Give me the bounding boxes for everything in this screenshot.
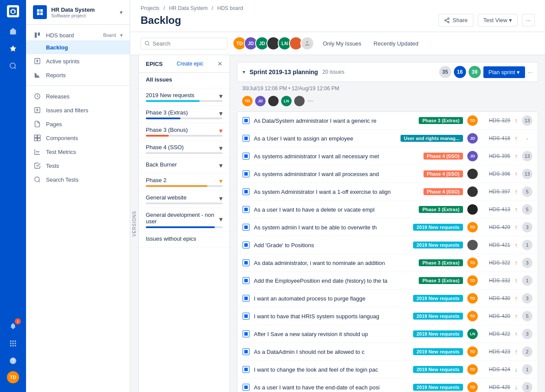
sidebar-item-components[interactable]: Components — [26, 131, 130, 145]
app-logo[interactable] — [7, 5, 19, 17]
epic-toggle-icon[interactable]: ▾ — [219, 127, 223, 135]
sprint-avatar[interactable] — [294, 96, 305, 106]
issue-id[interactable]: HDS-421 — [482, 242, 510, 248]
sprint-avatar[interactable]: JD — [255, 96, 266, 106]
issue-row[interactable]: As a User I want to assign an employee U… — [237, 130, 538, 147]
epic-toggle-icon[interactable]: ▾ — [219, 144, 223, 152]
epic-toggle-icon[interactable]: ▾ — [219, 215, 223, 223]
nav-home-icon[interactable] — [6, 24, 20, 38]
epic-phase3-bonus[interactable]: Phase 3 (Bonus) ▾ — [139, 123, 230, 140]
epic-tag[interactable]: Phase 4 (SSO) — [424, 188, 463, 195]
epic-phase3-extras[interactable]: Phase 3 (Extras) ▾ — [139, 106, 230, 123]
issue-row[interactable]: I want an automated process to purge fla… — [237, 290, 538, 307]
issue-id[interactable]: HDS-329 — [482, 118, 510, 124]
issue-row[interactable]: As Data/System administrator I want a ge… — [237, 112, 538, 130]
issue-row[interactable]: As system admin I want to be able to ove… — [237, 219, 538, 236]
epic-tag[interactable]: User and rights manag... — [401, 135, 463, 142]
sidebar-item-reports[interactable]: Reports — [26, 68, 130, 82]
issue-row[interactable]: Add the EmployeePosition end date (histo… — [237, 272, 538, 290]
issue-id[interactable]: HDS-422 — [482, 331, 510, 337]
issue-id[interactable]: HDS-423 — [482, 349, 510, 355]
epic-tag[interactable]: Phase 3 (Extras) — [419, 259, 463, 266]
issue-id[interactable]: HDS-420 — [482, 313, 510, 319]
more-button[interactable]: ··· — [522, 14, 535, 26]
issue-row[interactable]: I want to have that HRIS system supports… — [237, 307, 538, 325]
issue-row[interactable]: As systems administrator I want all nece… — [237, 147, 538, 165]
sidebar-item-pages[interactable]: Pages — [26, 117, 130, 131]
sidebar-item-releases[interactable]: Releases — [26, 89, 130, 103]
share-button[interactable]: Share — [438, 14, 473, 26]
board-chevron-icon[interactable]: ▾ — [120, 33, 123, 38]
issue-row[interactable]: As a user I want to have a delete or vac… — [237, 201, 538, 219]
issue-row[interactable]: As systems administrator I want all proc… — [237, 165, 538, 183]
breadcrumb-board[interactable]: HDS board — [217, 5, 243, 11]
epic-tag[interactable]: 2019 New requests — [413, 366, 463, 373]
sidebar-item-tests[interactable]: Tests — [26, 159, 130, 173]
sidebar-item-backlog[interactable]: Backlog — [26, 40, 130, 54]
epic-tag[interactable]: Phase 3 (Extras) — [419, 277, 463, 284]
apps-grid-icon[interactable] — [6, 336, 20, 350]
issue-row[interactable]: Add 'Grade' to Positions 2019 New reques… — [237, 236, 538, 254]
search-box[interactable] — [141, 38, 227, 49]
epic-tag[interactable]: 2019 New requests — [413, 330, 463, 337]
epic-toggle-icon[interactable]: ▾ — [219, 109, 223, 118]
epic-tag[interactable]: 2019 New requests — [413, 348, 463, 355]
sprint-avatar[interactable]: LN — [281, 96, 292, 106]
issue-id[interactable]: HDS-418 — [482, 135, 510, 141]
sprint-more-button[interactable]: ··· — [528, 69, 532, 75]
only-my-issues-button[interactable]: Only My Issues — [319, 39, 365, 49]
epic-tag[interactable]: 2019 New requests — [413, 224, 463, 231]
issue-id[interactable]: HDS-425 — [482, 384, 510, 390]
issue-id[interactable]: HDS-430 — [482, 295, 510, 301]
nav-add-icon[interactable] — [6, 76, 20, 90]
issue-row[interactable]: As a DataAdmin I should not be allowed t… — [237, 343, 538, 361]
epic-phase4-sso[interactable]: Phase 4 (SSO) ▾ — [139, 140, 230, 158]
breadcrumb-projects[interactable]: Projects — [141, 5, 159, 11]
sprint-more-avatars-icon[interactable]: ··· — [307, 97, 313, 105]
sidebar-item-search-tests[interactable]: Search Tests — [26, 173, 130, 186]
recently-updated-button[interactable]: Recently Updated — [370, 39, 422, 49]
epic-tag[interactable]: 2019 New requests — [413, 295, 463, 302]
epic-new-requests[interactable]: 2019 New requests ▾ — [139, 88, 230, 106]
plan-sprint-button[interactable]: Plan sprint ▾ — [483, 66, 525, 78]
issue-id[interactable]: HDS-396 — [482, 171, 510, 177]
epic-tag[interactable]: 2019 New requests — [413, 242, 463, 248]
epic-tag[interactable]: Phase 3 (Extras) — [419, 206, 463, 213]
issue-id[interactable]: HDS-332 — [482, 278, 510, 284]
sidebar-item-issues-filters[interactable]: Issues and filters — [26, 103, 130, 117]
issue-row[interactable]: As system Administrator I want a 1-off e… — [237, 183, 538, 201]
sprint-chevron-icon[interactable]: ▾ — [243, 69, 245, 75]
issue-id[interactable]: HDS-322 — [482, 260, 510, 266]
issue-id[interactable]: HDS-413 — [482, 206, 510, 212]
search-input[interactable] — [153, 40, 223, 47]
epic-toggle-icon[interactable]: ▾ — [219, 161, 223, 170]
sidebar-item-active-sprints[interactable]: Active sprints — [26, 54, 130, 68]
project-dropdown-icon[interactable]: ▾ — [120, 9, 123, 16]
sidebar-item-test-metrics[interactable]: Test Metrics — [26, 145, 130, 159]
epic-tag[interactable]: Phase 4 (SSO) — [424, 153, 463, 160]
epic-tag[interactable]: Phase 4 (SSO) — [424, 170, 463, 177]
epic-general-website[interactable]: General website ▾ — [139, 191, 230, 208]
epic-back-burner[interactable]: Back Burner ▾ — [139, 158, 230, 173]
view-button[interactable]: Test View ▾ — [478, 14, 518, 26]
issue-row[interactable]: As data administrator, i want to nominat… — [237, 254, 538, 272]
issue-id[interactable]: HDS-395 — [482, 153, 510, 159]
create-epic-button[interactable]: Create epic — [177, 61, 203, 67]
epics-close-button[interactable]: ✕ — [217, 60, 223, 67]
sidebar-item-board[interactable]: HDS board Board ▾ — [26, 28, 130, 40]
help-icon[interactable] — [6, 354, 20, 368]
epic-no-epics[interactable]: Issues without epics — [139, 232, 230, 248]
epic-tag[interactable]: 2019 New requests — [413, 313, 463, 320]
issue-id[interactable]: HDS-397 — [482, 189, 510, 195]
epic-phase2[interactable]: Phase 2 ▾ — [139, 173, 230, 191]
issue-row[interactable]: As a user I want to have the end-date of… — [237, 379, 538, 392]
avatar-gray[interactable] — [300, 36, 314, 50]
issue-row[interactable]: After I Save a new salary revision it sh… — [237, 325, 538, 343]
user-avatar[interactable]: TD — [7, 371, 19, 383]
epic-general-dev[interactable]: General development - non user ▾ — [139, 208, 230, 232]
epic-toggle-icon[interactable]: ▾ — [219, 177, 223, 185]
nav-search-icon[interactable] — [6, 59, 20, 73]
sprint-avatar[interactable]: TD — [242, 96, 253, 106]
epic-toggle-icon[interactable]: ▾ — [219, 194, 223, 203]
nav-star-icon[interactable] — [6, 42, 20, 56]
